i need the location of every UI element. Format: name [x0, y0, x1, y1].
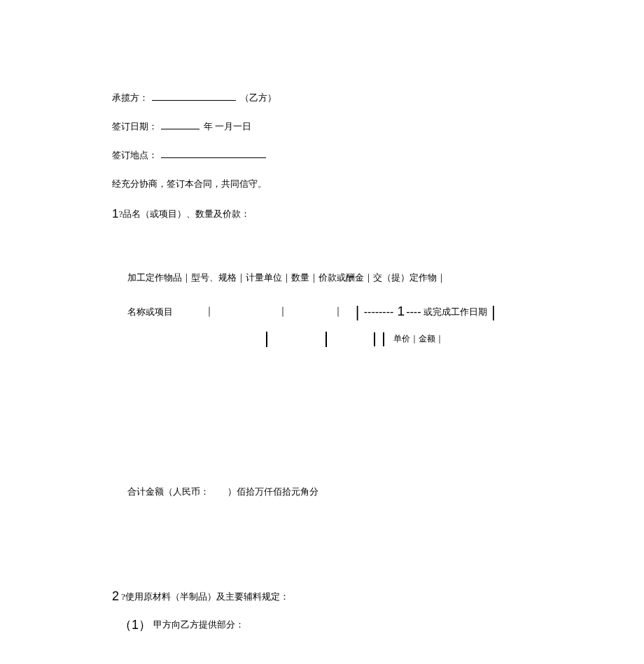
sign-place-line: 签订地点：	[112, 148, 644, 162]
table-row2-left: 名称或项目	[127, 306, 201, 318]
preamble: 经充分协商，签订本合同，共同信守。	[112, 178, 644, 190]
divider-bar: ｜	[204, 305, 214, 316]
dash-group: --------	[364, 306, 394, 318]
sign-date-blank	[161, 120, 200, 129]
sign-date-suffix: 年 一月一日	[204, 121, 251, 132]
contractor-party: （乙方）	[240, 92, 276, 103]
table-header: 加工定作物品｜型号、规格｜计量单位｜数量｜价款或酬金｜交（提）定作物｜	[127, 271, 644, 284]
table-row-3: 单价｜金额｜	[238, 332, 644, 353]
contractor-label: 承揽方：	[112, 92, 148, 103]
table-row2-right: 或完成工作日期	[424, 306, 487, 318]
table-row-2: 名称或项目 ｜ ｜ ｜ | -------- 1---- 或完成工作日期 |	[127, 304, 644, 325]
section-1-heading: 1?品名（或项目）、数量及价款：	[112, 206, 644, 222]
section-2-sub1: （1） 甲方向乙方提供部分：	[119, 616, 644, 633]
divider-bar	[326, 332, 327, 347]
divider-bar	[374, 332, 375, 346]
total-line: 合计金额（人民币： ）佰拾万仟佰拾元角分	[127, 486, 644, 498]
divider-bar: |	[491, 303, 496, 320]
section-1-title: 品名（或项目）、数量及价款：	[122, 209, 250, 219]
one-glyph: 1	[398, 304, 405, 318]
divider-bar: ｜	[333, 305, 343, 316]
section-2-title: 使用原材料（半制品）及主要辅料规定：	[125, 591, 289, 602]
divider-bar: ｜	[278, 305, 288, 316]
divider-bar	[266, 332, 267, 347]
dash-group: ----	[406, 306, 421, 318]
section-2-q: ?	[119, 591, 125, 602]
sign-place-blank	[161, 148, 266, 158]
section-2-heading: 2 ?使用原材料（半制品）及主要辅料规定：	[112, 589, 644, 604]
section-2-num: 2	[112, 589, 119, 603]
sign-place-label: 签订地点：	[112, 150, 158, 160]
contractor-blank	[152, 91, 236, 101]
contractor-line: 承揽方： （乙方）	[112, 91, 644, 104]
divider-bar	[383, 332, 384, 346]
sign-date-line: 签订日期： 年 一月一日	[112, 120, 644, 133]
sign-date-label: 签订日期：	[112, 121, 158, 132]
divider-bar: |	[356, 303, 360, 320]
sub1-num: （1）	[119, 618, 151, 632]
price-label: 单价｜金额｜	[393, 334, 444, 344]
sub1-text: 甲方向乙方提供部分：	[153, 619, 244, 630]
